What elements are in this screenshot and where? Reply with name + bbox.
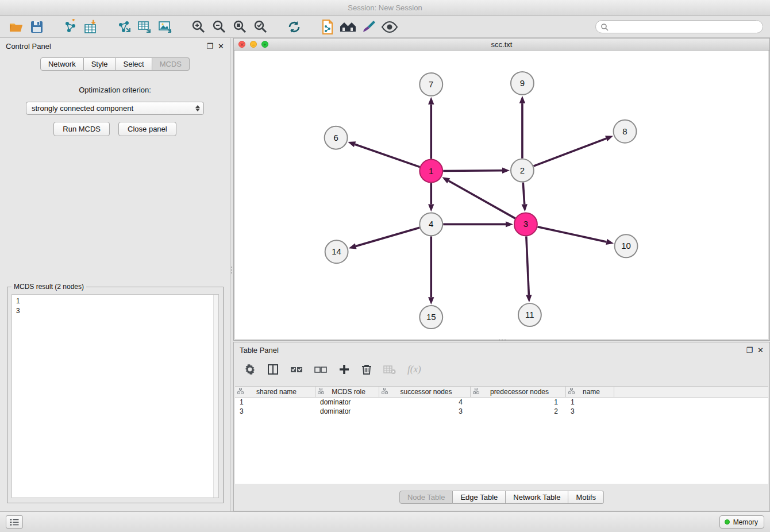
mcds-result-box[interactable]: 13 <box>11 294 219 498</box>
table-cell[interactable]: 3 <box>379 407 471 416</box>
graph-node-2[interactable]: 2 <box>511 159 534 182</box>
select-all-icon[interactable] <box>290 361 303 377</box>
column-header-MCDS-role[interactable]: MCDS role <box>315 387 379 397</box>
table-cell[interactable]: 1 <box>566 398 614 407</box>
float-table-panel-icon[interactable]: ❐ <box>746 346 753 354</box>
zoom-fit-icon[interactable] <box>230 18 251 36</box>
task-history-button[interactable] <box>6 515 23 529</box>
edge-arrowhead <box>526 295 532 302</box>
graph-node-15[interactable]: 15 <box>419 306 442 329</box>
table-cell[interactable]: 1 <box>235 398 315 407</box>
table-cell[interactable]: 1 <box>471 398 566 407</box>
result-scrollbar[interactable] <box>213 295 218 498</box>
table-tab-network-table[interactable]: Network Table <box>506 491 568 504</box>
edge-arrowhead <box>442 177 450 183</box>
graph-node-1[interactable]: 1 <box>419 160 442 183</box>
table-cell[interactable]: dominator <box>315 398 379 407</box>
status-bar: Memory <box>0 511 770 532</box>
svg-text:10: 10 <box>621 241 631 250</box>
tab-style[interactable]: Style <box>84 57 116 71</box>
graph-node-9[interactable]: 9 <box>511 72 534 95</box>
table-cell[interactable]: 4 <box>379 398 471 407</box>
table-cell[interactable]: 2 <box>471 407 566 416</box>
add-row-icon[interactable] <box>338 361 350 377</box>
column-header-name[interactable]: name <box>566 387 614 397</box>
graph-edge-1-6[interactable] <box>355 144 420 167</box>
table-panel: Table Panel ❐ ✕ <box>233 342 770 511</box>
graph-edge-4-14[interactable] <box>356 228 419 246</box>
list-icon <box>10 518 19 526</box>
graph-node-6[interactable]: 6 <box>325 126 348 149</box>
graph-node-14[interactable]: 14 <box>325 240 348 263</box>
apply-layout-icon[interactable] <box>284 18 305 36</box>
control-panel-header: Control Panel ❐ ✕ <box>0 38 230 54</box>
deselect-all-icon[interactable] <box>314 361 327 377</box>
column-header-successor-nodes[interactable]: successor nodes <box>379 387 471 397</box>
table-toolbar: f(x) <box>234 357 769 381</box>
close-panel-button[interactable]: Close panel <box>118 122 176 136</box>
graph-edge-2-3[interactable] <box>523 183 524 205</box>
open-session-icon[interactable] <box>6 18 26 36</box>
control-panel-title: Control Panel <box>6 42 51 51</box>
graph-edge-3-10[interactable] <box>537 227 606 242</box>
table-cell[interactable]: dominator <box>315 407 379 416</box>
graph-edge-3-1[interactable] <box>449 181 515 218</box>
dropdown-arrows-icon <box>195 105 200 111</box>
style-brush-icon[interactable] <box>359 18 379 36</box>
edge-arrowhead <box>428 204 434 211</box>
graph-edge-1-2[interactable] <box>443 171 502 171</box>
network-document-icon[interactable] <box>317 18 338 36</box>
gear-icon[interactable] <box>244 361 256 377</box>
table-row[interactable]: 1dominator411 <box>235 398 768 407</box>
zoom-in-icon[interactable] <box>188 18 209 36</box>
svg-text:2: 2 <box>520 165 525 175</box>
graph-node-3[interactable]: 3 <box>514 213 537 236</box>
result-line: 1 <box>16 296 218 306</box>
graph-edge-3-11[interactable] <box>526 236 529 295</box>
table-cell[interactable]: 3 <box>235 407 315 416</box>
graph-node-11[interactable]: 11 <box>518 303 541 326</box>
tab-network[interactable]: Network <box>40 57 84 71</box>
import-network-icon[interactable] <box>60 18 80 36</box>
export-table-icon[interactable] <box>134 18 155 36</box>
network-canvas[interactable]: 7968124314101511 <box>235 51 768 339</box>
search-input[interactable] <box>609 22 763 32</box>
mcds-panel: Optimization criterion: strongly connect… <box>0 86 230 136</box>
memory-button[interactable]: Memory <box>719 515 764 529</box>
close-panel-icon[interactable]: ✕ <box>218 43 224 50</box>
graph-node-7[interactable]: 7 <box>419 73 442 96</box>
save-session-icon[interactable] <box>26 18 47 36</box>
close-table-panel-icon[interactable]: ✕ <box>757 346 764 354</box>
zoom-selected-icon[interactable] <box>251 18 271 36</box>
graph-node-4[interactable]: 4 <box>419 213 442 236</box>
edge-arrowhead <box>606 239 614 245</box>
tab-select[interactable]: Select <box>116 57 152 71</box>
table-tab-node-table[interactable]: Node Table <box>399 491 453 504</box>
table-tab-motifs[interactable]: Motifs <box>568 491 604 504</box>
table-header-row: shared nameMCDS rolesuccessor nodesprede… <box>235 387 768 398</box>
column-header-shared-name[interactable]: shared name <box>235 387 315 397</box>
graph-node-10[interactable]: 10 <box>615 234 638 257</box>
column-header-predecessor-nodes[interactable]: predecessor nodes <box>471 387 566 397</box>
eye-icon[interactable] <box>379 18 400 36</box>
graph-edge-2-8[interactable] <box>534 138 606 166</box>
optimization-criterion-select[interactable]: strongly connected component <box>26 102 204 115</box>
network-window-title: scc.txt <box>234 40 769 49</box>
tab-mcds[interactable]: MCDS <box>152 57 190 71</box>
home-network-icon[interactable] <box>338 18 359 36</box>
trash-icon[interactable] <box>361 361 372 377</box>
table-panel-title: Table Panel <box>240 346 279 354</box>
table-tab-edge-table[interactable]: Edge Table <box>453 491 506 504</box>
float-panel-icon[interactable]: ❐ <box>206 43 213 50</box>
export-network-icon[interactable] <box>114 18 134 36</box>
run-mcds-button[interactable]: Run MCDS <box>53 122 110 136</box>
vertical-splitter[interactable] <box>230 260 233 280</box>
zoom-out-icon[interactable] <box>209 18 230 36</box>
import-table-icon[interactable] <box>80 18 101 36</box>
mcds-result-title: MCDS result (2 nodes) <box>11 283 86 291</box>
table-row[interactable]: 3dominator323 <box>235 407 768 416</box>
graph-node-8[interactable]: 8 <box>614 120 637 143</box>
export-image-icon[interactable] <box>155 18 176 36</box>
table-cell[interactable]: 3 <box>566 407 614 416</box>
columns-icon[interactable] <box>267 361 279 377</box>
